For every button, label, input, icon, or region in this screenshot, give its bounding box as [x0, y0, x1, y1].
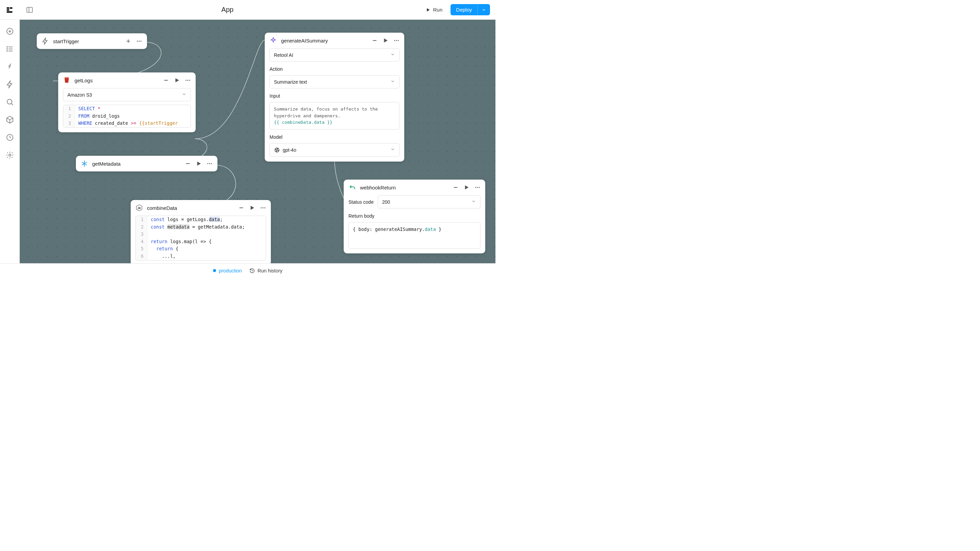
svg-point-14: [7, 51, 8, 51]
sql-editor[interactable]: 1SELECT * 2FROM droid_logs 3WHERE create…: [63, 105, 191, 127]
svg-point-16: [7, 99, 12, 104]
run-history-button[interactable]: Run history: [250, 268, 282, 273]
minimize-icon[interactable]: [185, 160, 191, 167]
svg-point-12: [7, 47, 8, 47]
node-title: generateAISummary: [281, 38, 368, 43]
openai-icon: [274, 147, 280, 153]
list-icon[interactable]: [6, 45, 14, 53]
status-value: 200: [382, 199, 390, 205]
node-title: getLogs: [75, 78, 159, 83]
status-label: Status code: [348, 199, 374, 205]
svg-point-49: [477, 187, 478, 188]
svg-point-19: [9, 154, 11, 156]
minimize-icon[interactable]: [372, 37, 378, 43]
function-icon[interactable]: [6, 63, 14, 71]
run-button-label: Run: [433, 7, 443, 13]
node-get-metadata[interactable]: getMetadata: [76, 156, 218, 171]
svg-point-22: [137, 41, 138, 42]
svg-rect-2: [7, 9, 10, 11]
status-select[interactable]: 200: [378, 195, 480, 208]
app-logo-icon[interactable]: [5, 6, 14, 14]
play-icon[interactable]: [196, 160, 202, 167]
svg-point-45: [398, 40, 399, 41]
svg-point-25: [65, 77, 69, 79]
play-icon: [426, 8, 430, 12]
bolt-icon: [41, 37, 49, 45]
action-select[interactable]: Summarize text: [269, 75, 399, 89]
svg-point-34: [207, 163, 208, 164]
snowflake-icon: [81, 160, 88, 167]
resource-select[interactable]: Amazon S3: [63, 88, 191, 102]
chevron-down-icon: [390, 52, 395, 58]
more-icon[interactable]: [136, 38, 142, 44]
bolt-icon[interactable]: [6, 80, 14, 89]
node-title: startTrigger: [53, 38, 121, 44]
more-icon[interactable]: [393, 37, 399, 43]
svg-point-43: [394, 40, 395, 41]
node-generate-ai-summary[interactable]: generateAISummary Retool AI Action Summa…: [265, 33, 404, 162]
svg-rect-3: [7, 11, 13, 13]
svg-point-39: [261, 208, 262, 208]
play-icon[interactable]: [382, 37, 388, 43]
left-sidebar: [0, 20, 20, 278]
node-title: webhookReturn: [360, 185, 449, 191]
svg-point-27: [185, 80, 186, 81]
svg-point-40: [263, 208, 264, 208]
svg-point-36: [211, 163, 212, 164]
svg-point-41: [264, 208, 266, 208]
node-start-trigger[interactable]: startTrigger: [37, 33, 147, 49]
deploy-chevron-icon[interactable]: [477, 5, 490, 14]
js-editor[interactable]: 1const logs = getLogs.data; 2const metad…: [135, 216, 266, 260]
gear-icon[interactable]: [6, 151, 14, 159]
svg-text:JS: JS: [138, 207, 140, 210]
minimize-icon[interactable]: [453, 184, 459, 191]
ai-input-text: Summarize data, focus on affects to the …: [274, 106, 378, 118]
cube-icon[interactable]: [6, 116, 14, 124]
svg-point-24: [140, 41, 142, 42]
minimize-icon[interactable]: [163, 77, 169, 83]
return-body-editor[interactable]: { body: generateAISummary.data }: [348, 222, 480, 249]
play-icon[interactable]: [463, 184, 469, 191]
svg-rect-1: [10, 7, 13, 8]
ai-input-textarea[interactable]: Summarize data, focus on affects to the …: [269, 102, 399, 130]
model-select[interactable]: gpt-4o: [269, 143, 399, 157]
run-history-label: Run history: [258, 268, 282, 273]
more-icon[interactable]: [260, 205, 266, 211]
history-icon: [250, 268, 255, 273]
environment-selector[interactable]: production: [213, 268, 242, 273]
more-icon[interactable]: [207, 160, 213, 167]
chevron-down-icon: [390, 79, 395, 85]
node-webhook-return[interactable]: webhookReturn Status code 200: [344, 179, 485, 253]
svg-point-48: [475, 187, 476, 188]
body-label: Return body: [348, 213, 480, 219]
play-icon[interactable]: [174, 77, 180, 83]
more-icon[interactable]: [185, 77, 191, 83]
node-combine-data[interactable]: JS combineData 1const logs = getLogs.dat…: [130, 200, 271, 265]
page-title[interactable]: App: [221, 6, 234, 14]
svg-rect-0: [7, 7, 10, 8]
plus-icon[interactable]: [125, 38, 131, 44]
run-button[interactable]: Run: [422, 5, 447, 14]
node-title: combineData: [147, 205, 234, 211]
node-get-logs[interactable]: getLogs Amazon S3 1SELECT * 2FROM droid: [58, 73, 196, 132]
action-label: Action: [269, 66, 399, 72]
ai-resource-select[interactable]: Retool AI: [269, 48, 399, 62]
history-icon[interactable]: [6, 133, 14, 141]
status-dot-icon: [213, 269, 216, 272]
search-icon[interactable]: [6, 98, 14, 106]
svg-point-35: [209, 163, 210, 164]
svg-point-23: [139, 41, 140, 42]
deploy-button[interactable]: Deploy: [450, 4, 490, 15]
bottom-bar: production Run history: [0, 263, 495, 278]
sparkle-icon: [269, 37, 277, 44]
chevron-down-icon: [390, 147, 395, 153]
workflow-canvas[interactable]: startTrigger: [20, 20, 495, 278]
minimize-icon[interactable]: [238, 205, 244, 211]
more-icon[interactable]: [474, 184, 480, 191]
panel-toggle-icon[interactable]: [26, 6, 33, 14]
ai-input-template: {{ combineData.data }}: [274, 120, 332, 125]
svg-rect-4: [27, 7, 33, 12]
play-icon[interactable]: [249, 205, 255, 211]
ai-resource-value: Retool AI: [274, 52, 293, 58]
add-icon[interactable]: [6, 27, 14, 35]
